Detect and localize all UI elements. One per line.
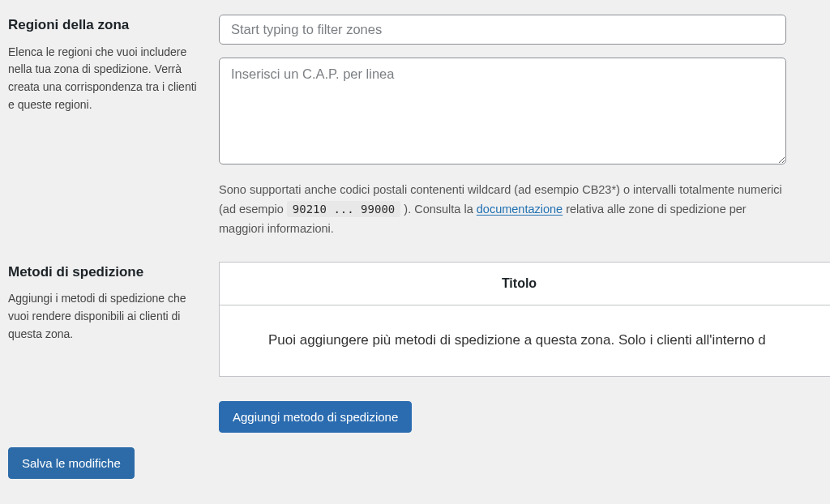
shipping-methods-description: Aggiungi i metodi di spedizione che vuoi…: [8, 290, 203, 343]
add-method-row: Aggiungi metodo di spedizione: [219, 401, 830, 433]
zone-filter-input[interactable]: [219, 15, 786, 45]
column-second: Al: [819, 274, 830, 293]
zone-regions-left: Regioni della zona Elenca le regioni che…: [8, 15, 219, 113]
zone-cap-textarea[interactable]: [219, 58, 786, 164]
help-code-range: 90210 ... 99000: [287, 201, 400, 217]
save-row: Salva le modifiche: [8, 447, 830, 479]
shipping-methods-section: Metodi di spedizione Aggiungi i metodi d…: [8, 262, 830, 434]
documentation-link[interactable]: documentazione: [477, 203, 563, 216]
add-shipping-method-button[interactable]: Aggiungi metodo di spedizione: [219, 401, 412, 433]
save-changes-button[interactable]: Salva le modifiche: [8, 447, 135, 479]
zone-regions-description: Elenca le regioni che vuoi includere nel…: [8, 44, 203, 114]
zone-cap-help-text: Sono supportati anche codici postali con…: [219, 181, 786, 239]
help-text-mid: ). Consulta la: [404, 203, 476, 216]
zone-regions-right: Sono supportati anche codici postali con…: [219, 15, 830, 239]
zone-regions-heading: Regioni della zona: [8, 15, 203, 36]
shipping-methods-table-header: Titolo Al: [220, 263, 830, 305]
shipping-methods-right: Titolo Al Puoi aggiungere più metodi di …: [219, 262, 830, 434]
shipping-methods-empty-row: Puoi aggiungere più metodi di spedizione…: [220, 305, 830, 377]
column-title: Titolo: [220, 274, 819, 293]
shipping-methods-heading: Metodi di spedizione: [8, 262, 203, 283]
zone-regions-section: Regioni della zona Elenca le regioni che…: [8, 15, 830, 239]
shipping-methods-left: Metodi di spedizione Aggiungi i metodi d…: [8, 262, 219, 344]
shipping-methods-table: Titolo Al Puoi aggiungere più metodi di …: [219, 262, 830, 378]
